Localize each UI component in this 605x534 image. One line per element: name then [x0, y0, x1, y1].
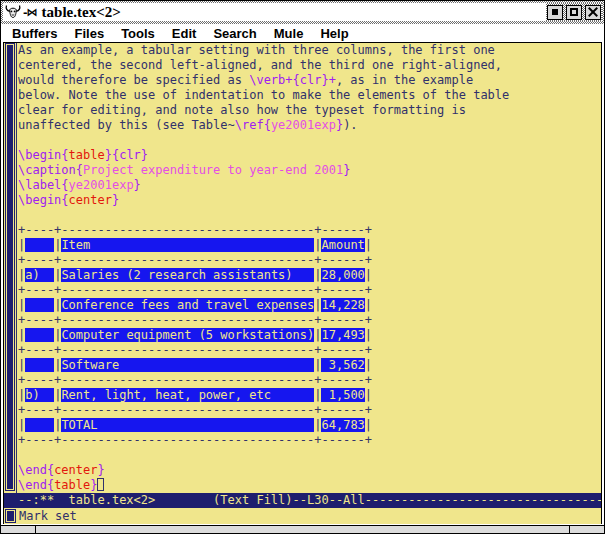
maximize-button[interactable] [566, 5, 582, 20]
text-cursor [97, 478, 104, 491]
buffer-line: clear for editing, and note also how the… [18, 103, 601, 118]
table-row: | |TOTAL |64,783| [18, 418, 601, 433]
table-cell: Salaries (2 research assistants) [61, 268, 314, 282]
table-separator-line: +----+----------------------------------… [18, 283, 601, 298]
menu-item-buffers[interactable]: Buffers [12, 26, 58, 41]
menu-item-edit[interactable]: Edit [172, 26, 197, 41]
table-cell: a) [25, 268, 54, 282]
table-cell [25, 328, 54, 342]
table-row: |a) |Salaries (2 research assistants) |2… [18, 268, 601, 283]
buffer-line: below. Note the use of indentation to ma… [18, 88, 601, 103]
table-cell: Computer equipment (5 workstations) [61, 328, 314, 342]
minibuffer-message: Mark set [19, 508, 77, 524]
buffer-line: \begin{table}{clr} [18, 148, 601, 163]
buffer-line [18, 448, 601, 463]
gnu-emacs-icon [5, 4, 21, 20]
table-cell: 28,000 [321, 268, 364, 282]
title-area: -⋈ table.tex<2> [3, 3, 546, 21]
table-cell: 1,500 [321, 388, 364, 402]
table-cell: b) [25, 388, 54, 402]
buffer-line: \end{center} [18, 463, 601, 478]
table-separator-line: +----+----------------------------------… [18, 223, 601, 238]
buffer-line [18, 133, 601, 148]
buffer-line: \label{ye2001exp} [18, 178, 601, 193]
table-cell: Rent, light, heat, power, etc [61, 388, 314, 402]
table-cell: Amount [321, 238, 364, 252]
table-cell: 17,493 [321, 328, 364, 342]
table-cell [25, 238, 54, 252]
table-separator-line: +----+----------------------------------… [18, 313, 601, 328]
window-top-border: -⋈ table.tex<2> [1, 1, 604, 24]
table-cell: Software [61, 358, 314, 372]
close-icon [588, 7, 598, 17]
buffer-line: \caption{Project expenditure to year-end… [18, 163, 601, 178]
buffer-line: unaffected by this (see Table~\ref{ye200… [18, 118, 601, 133]
minimize-icon [552, 9, 558, 15]
table-separator-line: +----+----------------------------------… [18, 373, 601, 388]
buffer-line [18, 208, 601, 223]
title-decoration: -⋈ [23, 6, 37, 19]
table-separator-line: +----+----------------------------------… [18, 403, 601, 418]
minibuffer-scrollbar-thumb [5, 509, 16, 523]
buffer-line: centered, the second left-aligned, and t… [18, 58, 601, 73]
minimize-button[interactable] [547, 5, 563, 20]
edit-window: As an example, a tabular setting with th… [4, 43, 601, 493]
window-bottom-border [1, 525, 604, 533]
buffer-line: \begin{center} [18, 193, 601, 208]
menu-item-search[interactable]: Search [213, 26, 256, 41]
table-separator-line: +----+----------------------------------… [18, 433, 601, 448]
titlebar[interactable]: -⋈ table.tex<2> [3, 3, 602, 21]
table-cell: 14,228 [321, 298, 364, 312]
table-cell [25, 298, 54, 312]
table-cell: Conference fees and travel expenses [61, 298, 314, 312]
menu-bar: BuffersFilesToolsEditSearchMuleHelp [3, 24, 602, 43]
emacs-frame: As an example, a tabular setting with th… [3, 43, 602, 524]
table-cell [25, 358, 54, 372]
table-row: | |Item |Amount| [18, 238, 601, 253]
mode-line: --:** table.tex<2> (Text Fill)--L30--All… [4, 493, 601, 508]
scrollbar-thumb[interactable] [5, 43, 15, 491]
buffer-line: would therefore be specified as \verb+{c… [18, 73, 601, 88]
maximize-icon [570, 8, 578, 16]
table-cell [25, 418, 54, 432]
table-row: | |Computer equipment (5 workstations)|1… [18, 328, 601, 343]
close-button[interactable] [585, 5, 601, 20]
table-separator-line: +----+----------------------------------… [18, 343, 601, 358]
table-cell: 3,562 [321, 358, 364, 372]
left-scrollbar[interactable] [4, 43, 17, 493]
buffer-line: \end{table} [18, 478, 601, 493]
table-row: |b) |Rent, light, heat, power, etc | 1,5… [18, 388, 601, 403]
table-cell: Item [61, 238, 314, 252]
text-buffer[interactable]: As an example, a tabular setting with th… [17, 43, 601, 493]
buffer-line: As an example, a tabular setting with th… [18, 43, 601, 58]
emacs-window: -⋈ table.tex<2> BuffersFilesToolsEditSea… [0, 0, 605, 534]
menu-item-help[interactable]: Help [320, 26, 348, 41]
table-separator-line: +----+----------------------------------… [18, 253, 601, 268]
table-row: | |Software | 3,562| [18, 358, 601, 373]
window-controls [546, 3, 602, 21]
table-cell: 64,783 [321, 418, 364, 432]
menu-item-tools[interactable]: Tools [121, 26, 155, 41]
table-cell: TOTAL [61, 418, 314, 432]
menu-item-mule[interactable]: Mule [274, 26, 304, 41]
table-row: | |Conference fees and travel expenses|1… [18, 298, 601, 313]
window-title: table.tex<2> [42, 3, 121, 21]
minibuffer[interactable]: Mark set [4, 508, 601, 524]
menu-item-files[interactable]: Files [75, 26, 105, 41]
